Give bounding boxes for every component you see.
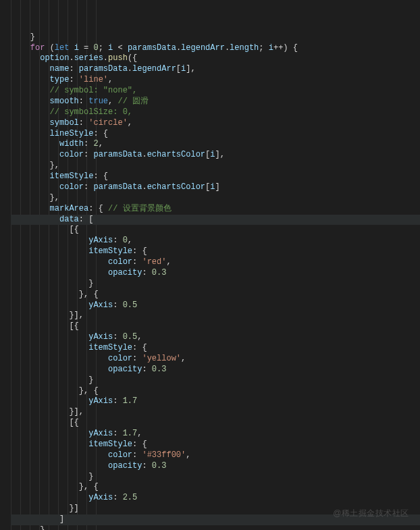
- code-line[interactable]: }, {: [11, 386, 420, 397]
- code-line[interactable]: color: paramsData.echartsColor[i],: [11, 150, 420, 161]
- code-line[interactable]: }],: [11, 311, 420, 321]
- code-line[interactable]: data: [: [11, 215, 420, 226]
- code-line[interactable]: },: [11, 193, 420, 204]
- code-line[interactable]: }, {: [11, 290, 420, 300]
- code-content[interactable]: } for (let i = 0; i < paramsData.legendA…: [0, 32, 420, 530]
- code-line[interactable]: option.series.push({: [11, 53, 420, 64]
- code-line[interactable]: smooth: true, // 圆滑: [11, 97, 420, 107]
- code-line[interactable]: }],: [11, 407, 420, 418]
- code-line[interactable]: width: 2,: [11, 139, 420, 150]
- code-line[interactable]: markArea: { // 设置背景颜色: [11, 204, 420, 215]
- code-line[interactable]: [{: [11, 418, 420, 429]
- code-line[interactable]: yAxis: 1.7,: [11, 429, 420, 440]
- code-line[interactable]: }: [11, 472, 420, 483]
- code-editor[interactable]: } for (let i = 0; i < paramsData.legendA…: [0, 0, 420, 530]
- code-line[interactable]: yAxis: 2.5: [11, 493, 420, 504]
- code-line[interactable]: }, {: [11, 482, 420, 493]
- code-line[interactable]: lineStyle: {: [11, 129, 420, 140]
- code-line[interactable]: type: 'line',: [11, 75, 420, 86]
- code-line[interactable]: // symbolSize: 0,: [11, 107, 420, 118]
- code-line[interactable]: }: [11, 32, 420, 43]
- code-line[interactable]: itemStyle: {: [11, 171, 420, 182]
- code-line[interactable]: yAxis: 0.5,: [11, 332, 420, 343]
- code-line[interactable]: yAxis: 0.5: [11, 300, 420, 311]
- code-line[interactable]: [{: [11, 321, 420, 332]
- code-line[interactable]: symbol: 'circle',: [11, 118, 420, 129]
- code-line[interactable]: itemStyle: {: [11, 440, 420, 450]
- code-line[interactable]: },: [11, 161, 420, 171]
- code-line[interactable]: yAxis: 0,: [11, 236, 420, 246]
- code-line[interactable]: for (let i = 0; i < paramsData.legendArr…: [11, 43, 420, 54]
- code-line[interactable]: itemStyle: {: [11, 246, 420, 257]
- code-line[interactable]: }: [11, 375, 420, 386]
- code-line[interactable]: opacity: 0.3: [11, 461, 420, 472]
- code-line[interactable]: color: 'red',: [11, 257, 420, 268]
- code-line[interactable]: opacity: 0.3: [11, 268, 420, 279]
- code-line[interactable]: yAxis: 1.7: [11, 396, 420, 407]
- code-line[interactable]: color: 'yellow',: [11, 354, 420, 365]
- code-line[interactable]: opacity: 0.3: [11, 365, 420, 375]
- code-line[interactable]: color: paramsData.echartsColor[i]: [11, 182, 420, 193]
- watermark-text: @稀土掘金技术社区: [333, 508, 409, 519]
- code-line[interactable]: color: '#33ff00',: [11, 450, 420, 461]
- code-line[interactable]: },: [11, 525, 420, 530]
- code-line[interactable]: itemStyle: {: [11, 343, 420, 354]
- code-line[interactable]: }: [11, 279, 420, 290]
- code-line[interactable]: // symbol: "none",: [11, 86, 420, 97]
- code-line[interactable]: name: paramsData.legendArr[i],: [11, 64, 420, 75]
- code-line[interactable]: [{: [11, 225, 420, 236]
